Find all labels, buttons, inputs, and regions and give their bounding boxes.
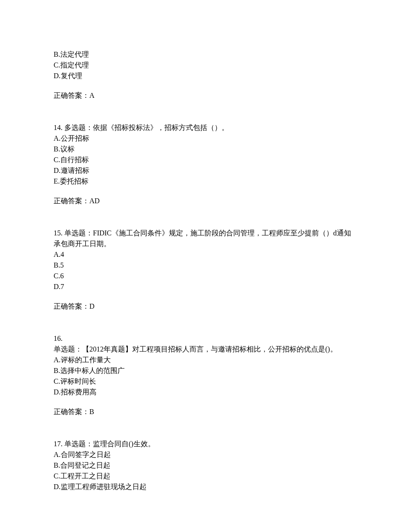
option-text: B.合同登记之日起 (54, 460, 357, 471)
option-text: C.自行招标 (54, 155, 357, 165)
question-text: 15. 单选题：FIDIC《施工合同条件》规定，施工阶段的合同管理，工程师应至少… (54, 228, 357, 249)
answer-text: 正确答案：AD (54, 196, 357, 206)
option-text: D.邀请招标 (54, 165, 357, 176)
question-text: 单选题：【2012年真题】对工程项目招标人而言，与邀请招标相比，公开招标的优点是… (54, 344, 357, 355)
question-text: 14. 多选题：依据《招标投标法》，招标方式包括（）。 (54, 122, 357, 133)
option-text: C.指定代理 (54, 60, 357, 71)
option-text: A.合同签字之日起 (54, 449, 357, 460)
answer-text: 正确答案：B (54, 406, 357, 417)
option-text: E.委托招标 (54, 176, 357, 187)
option-text: C.工程开工之日起 (54, 471, 357, 482)
question-number: 16. (54, 333, 357, 344)
question-16: 16. 单选题：【2012年真题】对工程项目招标人而言，与邀请招标相比，公开招标… (54, 333, 357, 417)
question-text: 17. 单选题：监理合同自()生效。 (54, 439, 357, 449)
question-14: 14. 多选题：依据《招标投标法》，招标方式包括（）。 A.公开招标 B.议标 … (54, 122, 357, 206)
option-text: D.复代理 (54, 71, 357, 81)
option-text: D.招标费用高 (54, 387, 357, 398)
option-text: D.监理工程师进驻现场之日起 (54, 482, 357, 492)
option-text: C.6 (54, 271, 357, 281)
question-15: 15. 单选题：FIDIC《施工合同条件》规定，施工阶段的合同管理，工程师应至少… (54, 228, 357, 312)
option-text: B.议标 (54, 144, 357, 155)
answer-text: 正确答案：D (54, 301, 357, 312)
option-text: A.4 (54, 249, 357, 260)
option-text: B.选择中标人的范围广 (54, 365, 357, 376)
question-13-partial: B.法定代理 C.指定代理 D.复代理 正确答案：A (54, 49, 357, 101)
option-text: B.5 (54, 260, 357, 271)
answer-text: 正确答案：A (54, 90, 357, 101)
question-17: 17. 单选题：监理合同自()生效。 A.合同签字之日起 B.合同登记之日起 C… (54, 439, 357, 492)
option-text: C.评标时间长 (54, 376, 357, 387)
option-text: A.公开招标 (54, 133, 357, 144)
option-text: A.评标的工作量大 (54, 355, 357, 365)
option-text: D.7 (54, 281, 357, 292)
option-text: B.法定代理 (54, 49, 357, 60)
